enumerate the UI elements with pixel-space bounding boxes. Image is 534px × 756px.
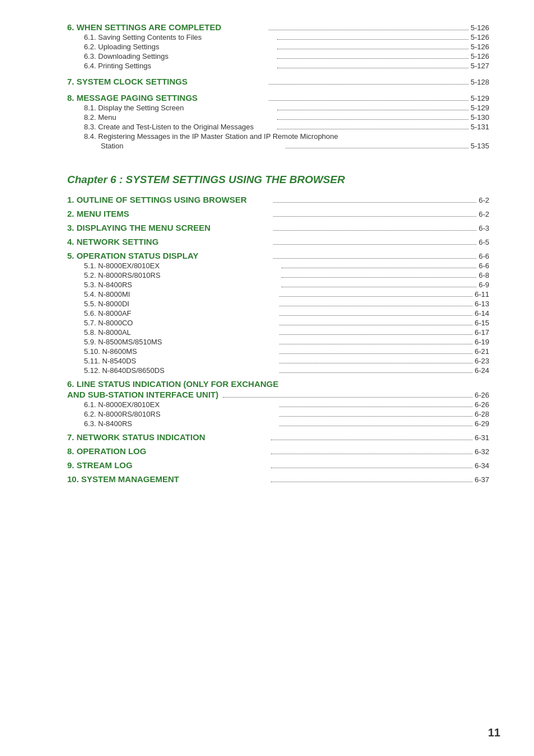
toc-entry-ch6-3: 3. DISPLAYING THE MENU SCREEN 6-3 xyxy=(67,223,489,232)
toc-entry-ch6-5-1: 5.1. N-8000EX/8010EX 6-6 xyxy=(67,262,489,270)
toc-label-ch5-6: 6. WHEN SETTINGS ARE COMPLETED xyxy=(67,22,266,32)
toc-page-ch6-5: 6-6 xyxy=(479,252,489,260)
toc-page-ch6-2: 6-2 xyxy=(479,210,489,218)
toc-label-ch6-5-3: 5.3. N-8400RS xyxy=(84,281,279,289)
toc-entry-ch6-5-12: 5.12. N-8640DS/8650DS 6-24 xyxy=(67,366,489,375)
toc-entry-ch6-5: 5. OPERATION STATUS DISPLAY 6-6 xyxy=(67,251,489,260)
toc-page-ch6-3: 6-3 xyxy=(479,224,489,232)
toc-label-ch6-2: 2. MENU ITEMS xyxy=(67,209,271,218)
dot-leader xyxy=(273,230,477,231)
dot-leader xyxy=(269,30,468,30)
toc-page-ch6-5-3: 6-9 xyxy=(479,281,489,289)
dot-leader xyxy=(277,119,468,120)
dot-leader xyxy=(271,482,472,482)
toc-label-ch6-4: 4. NETWORK SETTING xyxy=(67,237,271,246)
toc-entry-ch5-6: 6. WHEN SETTINGS ARE COMPLETED 5-126 xyxy=(67,22,489,32)
toc-page-ch6-6: 6-26 xyxy=(475,391,489,399)
dot-leader xyxy=(279,372,472,373)
dot-leader xyxy=(271,468,472,468)
toc-label-ch6-5-6: 5.6. N-8000AF xyxy=(84,309,277,318)
toc-label-ch5-7: 7. SYSTEM CLOCK SETTINGS xyxy=(67,77,266,86)
dot-leader xyxy=(279,296,472,297)
dot-leader xyxy=(271,440,472,440)
toc-entry-ch5-8-3: 8.3. Create and Test-Listen to the Origi… xyxy=(67,123,489,131)
toc-label-ch6-8: 8. OPERATION LOG xyxy=(67,446,269,456)
toc-label-ch5-8-4: 8.4. Registering Messages in the IP Mast… xyxy=(84,132,489,141)
toc-page-ch6-5-2: 6-8 xyxy=(479,271,489,279)
dot-leader xyxy=(279,407,472,407)
dot-leader xyxy=(279,353,472,354)
toc-page-ch6-5-12: 6-24 xyxy=(475,366,489,375)
toc-page-ch6-5-9: 6-19 xyxy=(475,338,489,346)
page-number: 11 xyxy=(488,726,500,739)
toc-page-ch6-6-1: 6-26 xyxy=(475,400,489,409)
toc-page-ch6-5-1: 6-6 xyxy=(479,262,489,270)
toc-entry-ch6-5-10: 5.10. N-8600MS 6-21 xyxy=(67,347,489,356)
toc-entry-ch6-5-9: 5.9. N-8500MS/8510MS 6-19 xyxy=(67,338,489,346)
toc-page-ch5-8-3: 5-131 xyxy=(471,123,489,131)
toc-label-ch6-5-2: 5.2. N-8000RS/8010RS xyxy=(84,271,279,279)
toc-page-ch5-6: 5-126 xyxy=(471,24,489,32)
toc-page-ch6-1: 6-2 xyxy=(479,196,489,204)
toc-entry-ch6-6-line1: 6. LINE STATUS INDICATION (ONLY FOR EXCH… xyxy=(67,379,489,389)
toc-label-ch5-6-4: 6.4. Printing Settings xyxy=(84,62,275,70)
dot-leader xyxy=(277,110,468,110)
toc-label-ch6-5-12: 5.12. N-8640DS/8650DS xyxy=(84,366,277,375)
dot-leader xyxy=(279,334,472,335)
dot-leader xyxy=(279,325,472,325)
toc-label-ch5-6-3: 6.3. Downloading Settings xyxy=(84,52,275,60)
toc-entry-ch5-6-3: 6.3. Downloading Settings 5-126 xyxy=(67,52,489,60)
toc-page-ch5-8-1: 5-129 xyxy=(471,104,489,112)
toc-label-ch5-6-2: 6.2. Uploading Settings xyxy=(84,43,275,51)
toc-page-ch5-6-4: 5-127 xyxy=(471,62,489,70)
toc-page-ch6-5-8: 6-17 xyxy=(475,328,489,337)
toc-entry-ch5-8-4b: Station 5-135 xyxy=(67,142,489,150)
dot-leader xyxy=(277,58,468,59)
toc-label-ch6-5-11: 5.11. N-8540DS xyxy=(84,357,277,365)
toc-page-ch6-5-10: 6-21 xyxy=(475,347,489,356)
dot-leader xyxy=(277,49,468,49)
toc-entry-ch6-5-11: 5.11. N-8540DS 6-23 xyxy=(67,357,489,365)
toc-label-ch6-7: 7. NETWORK STATUS INDICATION xyxy=(67,432,269,442)
toc-entry-ch6-5-4: 5.4. N-8000MI 6-11 xyxy=(67,290,489,298)
toc-page-ch5-6-1: 5-126 xyxy=(471,33,489,41)
toc-entry-ch6-5-7: 5.7. N-8000CO 6-15 xyxy=(67,319,489,327)
dot-leader xyxy=(277,68,468,68)
toc-page-ch6-5-6: 6-14 xyxy=(475,309,489,318)
dot-leader xyxy=(273,216,477,217)
toc-label-ch6-6-3: 6.3. N-8400RS xyxy=(84,419,277,428)
toc-entry-ch6-5-8: 5.8. N-8000AL 6-17 xyxy=(67,328,489,337)
toc-entry-ch6-6-3: 6.3. N-8400RS 6-29 xyxy=(67,419,489,428)
toc-ch6-section: 1. OUTLINE OF SETTINGS USING BROWSER 6-2… xyxy=(67,195,489,484)
toc-label-ch6-5: 5. OPERATION STATUS DISPLAY xyxy=(67,251,271,260)
toc-label-ch5-8: 8. MESSAGE PAGING SETTINGS xyxy=(67,93,266,102)
toc-page-ch6-4: 6-5 xyxy=(479,238,489,246)
dot-leader xyxy=(271,454,472,454)
dot-leader xyxy=(277,129,468,129)
dot-leader xyxy=(273,258,477,259)
toc-entry-ch6-7: 7. NETWORK STATUS INDICATION 6-31 xyxy=(67,432,489,442)
chapter6-heading: Chapter 6 : SYSTEM SETTINGS USING THE BR… xyxy=(67,174,489,186)
toc-label-ch6-10: 10. SYSTEM MANAGEMENT xyxy=(67,474,269,484)
toc-entry-ch6-5-2: 5.2. N-8000RS/8010RS 6-8 xyxy=(67,271,489,279)
dot-leader xyxy=(269,100,468,101)
toc-page-ch6-9: 6-34 xyxy=(475,461,489,470)
toc-label-ch6-6-2: 6.2. N-8000RS/8010RS xyxy=(84,410,277,418)
toc-entry-ch5-6-4: 6.4. Printing Settings 5-127 xyxy=(67,62,489,70)
dot-leader xyxy=(279,315,472,316)
dot-leader xyxy=(269,84,468,85)
toc-entry-ch6-10: 10. SYSTEM MANAGEMENT 6-37 xyxy=(67,474,489,484)
toc-entry-ch5-8-2: 8.2. Menu 5-130 xyxy=(67,113,489,122)
toc-label-ch6-3: 3. DISPLAYING THE MENU SCREEN xyxy=(67,223,271,232)
dot-leader xyxy=(223,397,472,398)
toc-label-ch6-6-line2: AND SUB-STATION INTERFACE UNIT) xyxy=(67,390,218,399)
toc-entry-ch5-6-1: 6.1. Saving Setting Contents to Files 5-… xyxy=(67,33,489,41)
dot-leader xyxy=(282,277,477,278)
toc-entry-ch5-8-4: 8.4. Registering Messages in the IP Mast… xyxy=(67,132,489,141)
toc-entry-ch6-6-2: 6.2. N-8000RS/8010RS 6-28 xyxy=(67,410,489,418)
toc-page-ch6-5-7: 6-15 xyxy=(475,319,489,327)
toc-page-ch5-6-3: 5-126 xyxy=(471,52,489,60)
toc-page-ch5-7: 5-128 xyxy=(471,78,489,86)
toc-page-ch6-5-4: 6-11 xyxy=(475,290,489,298)
toc-entry-ch6-6-line2: AND SUB-STATION INTERFACE UNIT) 6-26 xyxy=(67,390,489,399)
